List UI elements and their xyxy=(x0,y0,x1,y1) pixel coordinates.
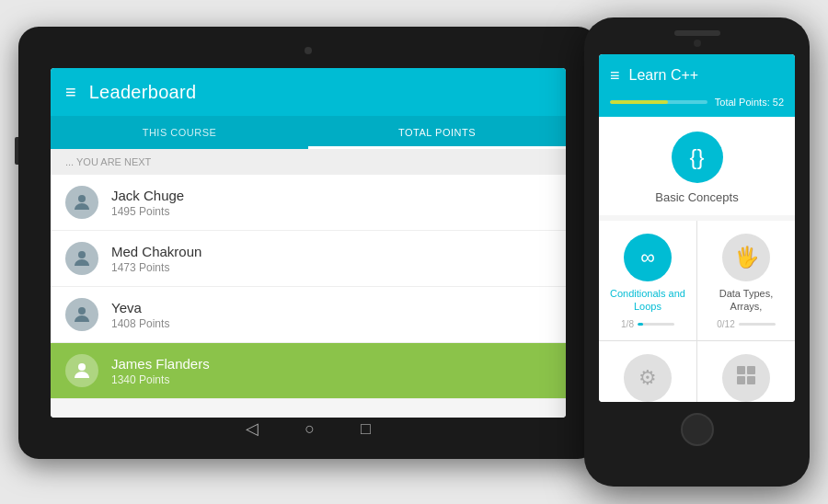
svg-rect-4 xyxy=(737,366,745,374)
progress-bar-fill xyxy=(610,100,668,104)
tablet-tabs: THIS COURSE TOTAL POINTS xyxy=(51,116,566,149)
module-icon-datatypes: 🖐 xyxy=(722,234,770,281)
leaderboard-list: ... YOU ARE NEXT Jack Chuge 1495 Points xyxy=(51,149,566,418)
tablet-screen: ≡ Leaderboard THIS COURSE TOTAL POINTS .… xyxy=(51,68,566,418)
svg-point-2 xyxy=(78,307,86,315)
basic-concepts-icon: {} xyxy=(672,132,723,183)
infinity-icon: ∞ xyxy=(640,246,655,269)
phone-screen: ≡ Learn C++ Total Points: 52 {} Basic Co… xyxy=(599,54,795,402)
datatypes-icon: 🖐 xyxy=(734,246,759,269)
lb-info: Med Chakroun 1473 Points xyxy=(111,244,201,274)
progress-bar-background xyxy=(610,100,707,104)
curly-braces-icon: {} xyxy=(689,144,704,170)
phone-progress-area: Total Points: 52 xyxy=(599,97,795,117)
module-progress-bar xyxy=(638,323,674,326)
table-row: Med Chakroun 1473 Points xyxy=(51,231,566,287)
you-are-next-label: ... YOU ARE NEXT xyxy=(51,149,566,175)
back-icon[interactable]: ◁ xyxy=(246,418,259,439)
svg-point-3 xyxy=(78,363,86,371)
classes-icon xyxy=(734,363,758,392)
module-progress: 0/12 xyxy=(717,319,775,329)
module-progress-bar-fill xyxy=(638,323,643,326)
list-item[interactable]: ⚙ Functions xyxy=(599,341,696,402)
lb-info: Jack Chuge 1495 Points xyxy=(111,188,184,218)
hamburger-icon[interactable]: ≡ xyxy=(65,83,76,101)
tablet-device: ≡ Leaderboard THIS COURSE TOTAL POINTS .… xyxy=(18,27,598,459)
svg-rect-7 xyxy=(747,376,755,384)
module-icon-conditionals: ∞ xyxy=(624,234,672,281)
gear-icon: ⚙ xyxy=(638,366,657,390)
svg-rect-5 xyxy=(747,366,755,374)
home-icon[interactable]: ○ xyxy=(305,419,315,439)
lb-info: James Flanders 1340 Points xyxy=(111,356,210,386)
lb-user-name: Jack Chuge xyxy=(111,188,184,203)
svg-rect-6 xyxy=(737,376,745,384)
table-row: Jack Chuge 1495 Points xyxy=(51,175,566,231)
tab-this-course[interactable]: THIS COURSE xyxy=(51,116,308,149)
basic-concepts-section[interactable]: {} Basic Concepts xyxy=(599,117,795,215)
module-progress: 1/8 xyxy=(621,319,674,329)
svg-point-0 xyxy=(78,195,86,202)
module-icon-classes xyxy=(722,354,770,402)
table-row: James Flanders 1340 Points xyxy=(51,343,566,399)
lb-info: Yeva 1408 Points xyxy=(111,300,169,330)
list-item[interactable]: Classes and Objects xyxy=(697,341,795,402)
avatar xyxy=(65,186,98,219)
avatar xyxy=(65,298,98,331)
module-progress-bar xyxy=(739,323,776,326)
phone-content: {} Basic Concepts ∞ Conditionals and Loo… xyxy=(599,117,795,402)
modules-grid: ∞ Conditionals and Loops 1/8 xyxy=(599,221,795,402)
lb-user-points: 1473 Points xyxy=(111,261,201,274)
lb-user-name: Yeva xyxy=(111,300,169,315)
total-points-label: Total Points: 52 xyxy=(715,97,784,108)
lb-user-points: 1495 Points xyxy=(111,205,184,218)
list-item[interactable]: ∞ Conditionals and Loops 1/8 xyxy=(599,221,696,340)
phone-device: ≡ Learn C++ Total Points: 52 {} Basic Co… xyxy=(584,17,810,487)
phone-header: ≡ Learn C++ xyxy=(599,54,795,97)
lb-user-points: 1408 Points xyxy=(111,317,169,330)
avatar xyxy=(65,242,98,275)
tablet-header: ≡ Leaderboard xyxy=(51,68,566,116)
phone-home-button[interactable] xyxy=(681,413,714,446)
module-progress-text: 1/8 xyxy=(621,319,634,329)
table-row: Yeva 1408 Points xyxy=(51,287,566,343)
lb-user-name: Med Chakroun xyxy=(111,244,201,259)
tablet-camera xyxy=(305,47,312,54)
avatar xyxy=(65,354,98,387)
module-name: Conditionals and Loops xyxy=(606,287,689,314)
basic-concepts-label: Basic Concepts xyxy=(655,190,738,204)
lb-user-name: James Flanders xyxy=(111,356,210,372)
tab-total-points[interactable]: TOTAL POINTS xyxy=(308,116,566,149)
list-item[interactable]: 🖐 Data Types, Arrays, 0/12 xyxy=(697,221,795,340)
lb-user-points: 1340 Points xyxy=(111,373,210,386)
tablet-volume-button xyxy=(15,137,18,165)
phone-app-title: Learn C++ xyxy=(629,67,699,84)
module-icon-functions: ⚙ xyxy=(624,354,672,402)
module-progress-text: 0/12 xyxy=(717,319,734,329)
phone-camera xyxy=(694,40,701,47)
svg-point-1 xyxy=(78,251,86,258)
recents-icon[interactable]: □ xyxy=(361,419,371,439)
tablet-app-title: Leaderboard xyxy=(89,82,197,103)
phone-speaker xyxy=(674,30,720,36)
tablet-nav-bar: ◁ ○ □ xyxy=(246,418,371,439)
module-name: Data Types, Arrays, xyxy=(705,287,788,314)
phone-hamburger-icon[interactable]: ≡ xyxy=(610,66,620,86)
scene: ≡ Leaderboard THIS COURSE TOTAL POINTS .… xyxy=(18,17,810,487)
